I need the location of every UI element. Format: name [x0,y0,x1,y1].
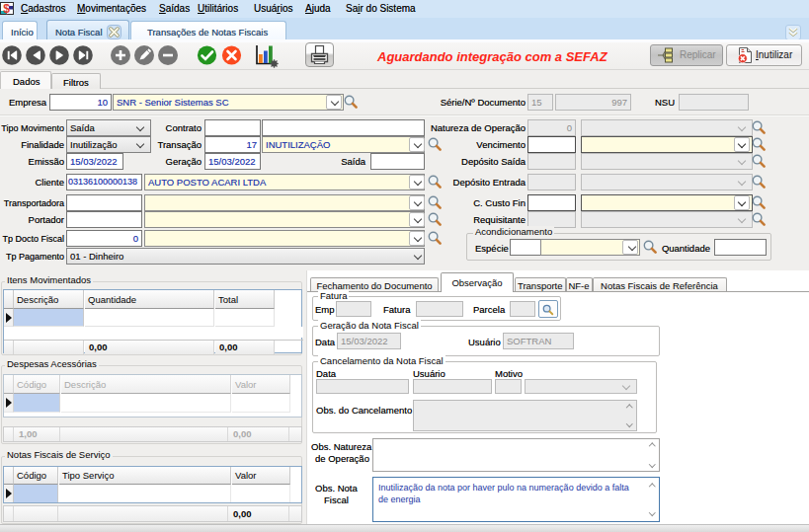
svg-text:$: $ [3,2,10,16]
